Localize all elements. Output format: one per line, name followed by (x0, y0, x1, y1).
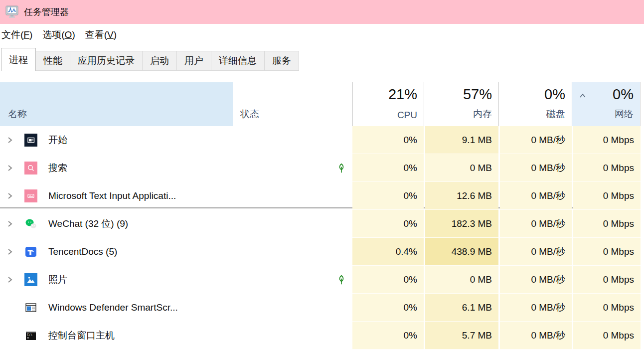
process-row-search[interactable]: 搜索 0% 0 MB 0 MB/秒 0 Mbps (0, 154, 644, 182)
tab-performance[interactable]: 性能 (35, 51, 70, 71)
memory-cell: 438.9 MB (425, 238, 498, 266)
start-menu-icon (24, 134, 37, 147)
column-header-cpu[interactable]: 21% CPU (352, 82, 424, 126)
process-name: 开始 (48, 126, 67, 154)
tab-details[interactable]: 详细信息 (211, 51, 265, 71)
process-name: 照片 (48, 266, 67, 294)
cpu-cell: 0.4% (352, 238, 424, 266)
memory-cell: 9.1 MB (425, 126, 498, 154)
cpu-cell: 0% (352, 294, 424, 322)
disk-total-percent: 0% (544, 86, 565, 103)
memory-cell: 6.1 MB (425, 294, 498, 322)
column-header-name[interactable]: 名称 (0, 82, 233, 126)
expand-chevron-icon[interactable] (7, 137, 12, 144)
process-name: Windows Defender SmartScr... (48, 294, 178, 322)
network-cell: 0 Mbps (573, 210, 641, 238)
task-manager-window: 任务管理器 文件(F) 选项(O) 查看(V) 进程 性能 应用历史记录 启动 … (0, 0, 644, 350)
process-row-console-host[interactable]: C:\ 控制台窗口主机 0% 5.7 MB 0 MB/秒 0 Mbps (0, 322, 644, 350)
column-header-status[interactable]: 状态 (233, 82, 352, 126)
disk-cell: 0 MB/秒 (500, 154, 572, 182)
title-bar: 任务管理器 (0, 0, 644, 24)
network-cell: 0 Mbps (573, 322, 641, 350)
disk-cell: 0 MB/秒 (500, 322, 572, 350)
cpu-cell: 0% (352, 210, 424, 238)
sort-ascending-icon (579, 93, 586, 98)
process-row-smartscreen[interactable]: Windows Defender SmartScr... 0% 6.1 MB 0… (0, 294, 644, 322)
column-header-network[interactable]: 0% 网络 (572, 82, 641, 126)
process-name: TencentDocs (5) (48, 238, 117, 266)
cpu-cell: 0% (352, 322, 424, 350)
process-table-header: 名称 状态 21% CPU 57% 内存 0% 磁盘 0% 网络 (0, 82, 644, 126)
process-row-wechat[interactable]: WeChat (32 位) (9) 0% 182.3 MB 0 MB/秒 0 M… (0, 210, 644, 238)
menu-view[interactable]: 查看(V) (80, 26, 122, 44)
process-name: 搜索 (48, 154, 67, 182)
process-row-tencentdocs[interactable]: TencentDocs (5) 0.4% 438.9 MB 0 MB/秒 0 M… (0, 238, 644, 266)
disk-cell: 0 MB/秒 (500, 294, 572, 322)
search-app-icon (24, 162, 37, 175)
network-cell: 0 Mbps (573, 266, 641, 294)
cpu-cell: 0% (352, 266, 424, 294)
process-row-text-input[interactable]: Microsoft Text Input Applicati... 0% 12.… (0, 182, 644, 210)
process-name: 控制台窗口主机 (48, 322, 115, 350)
process-table-body: 开始 0% 9.1 MB 0 MB/秒 0 Mbps 搜索 0% 0 MB 0 … (0, 126, 644, 350)
menu-file[interactable]: 文件(F) (0, 26, 37, 44)
tab-services[interactable]: 服务 (264, 51, 299, 71)
network-cell: 0 Mbps (573, 294, 641, 322)
tencentdocs-icon (24, 245, 37, 258)
console-host-icon: C:\ (24, 329, 37, 342)
expand-chevron-icon[interactable] (7, 276, 12, 283)
disk-cell: 0 MB/秒 (500, 266, 572, 294)
memory-cell: 12.6 MB (425, 182, 498, 210)
disk-cell: 0 MB/秒 (500, 182, 572, 210)
wechat-icon (24, 217, 37, 230)
memory-total-percent: 57% (463, 86, 492, 103)
tab-processes[interactable]: 进程 (1, 48, 36, 71)
suspended-leaf-icon (336, 163, 347, 174)
memory-cell: 5.7 MB (425, 322, 498, 350)
cpu-cell: 0% (352, 126, 424, 154)
expand-chevron-icon[interactable] (7, 192, 12, 199)
suspended-leaf-icon (336, 274, 347, 285)
column-header-memory[interactable]: 57% 内存 (424, 82, 498, 126)
network-total-percent: 0% (613, 86, 634, 103)
process-name: Microsoft Text Input Applicati... (48, 182, 176, 210)
menu-bar: 文件(F) 选项(O) 查看(V) (0, 24, 644, 47)
network-cell: 0 Mbps (573, 238, 641, 266)
disk-cell: 0 MB/秒 (500, 126, 572, 154)
memory-cell: 0 MB (425, 266, 498, 294)
column-header-disk[interactable]: 0% 磁盘 (498, 82, 572, 126)
svg-text:C:\: C:\ (27, 333, 32, 336)
cpu-cell: 0% (352, 154, 424, 182)
memory-cell: 182.3 MB (425, 210, 498, 238)
expand-chevron-icon[interactable] (7, 165, 12, 172)
text-input-app-icon (24, 189, 37, 202)
network-cell: 0 Mbps (573, 126, 641, 154)
process-row-photos[interactable]: 照片 0% 0 MB 0 MB/秒 0 Mbps (0, 266, 644, 294)
network-cell: 0 Mbps (573, 182, 641, 210)
cpu-cell: 0% (352, 182, 424, 210)
expand-chevron-icon[interactable] (7, 220, 12, 227)
expand-chevron-icon[interactable] (7, 248, 12, 255)
disk-cell: 0 MB/秒 (500, 210, 572, 238)
menu-options[interactable]: 选项(O) (37, 26, 80, 44)
process-name: WeChat (32 位) (9) (48, 210, 128, 238)
tab-startup[interactable]: 启动 (142, 51, 177, 71)
smartscreen-icon (24, 301, 37, 314)
task-manager-app-icon (5, 5, 20, 19)
disk-cell: 0 MB/秒 (500, 238, 572, 266)
network-cell: 0 Mbps (573, 154, 641, 182)
memory-cell: 0 MB (425, 154, 498, 182)
cpu-total-percent: 21% (388, 86, 417, 103)
window-title: 任务管理器 (24, 6, 69, 18)
photos-app-icon (24, 273, 37, 286)
tab-app-history[interactable]: 应用历史记录 (70, 51, 143, 71)
tab-users[interactable]: 用户 (176, 51, 211, 71)
process-row-start[interactable]: 开始 0% 9.1 MB 0 MB/秒 0 Mbps (0, 126, 644, 154)
tab-strip: 进程 性能 应用历史记录 启动 用户 详细信息 服务 (1, 47, 643, 71)
